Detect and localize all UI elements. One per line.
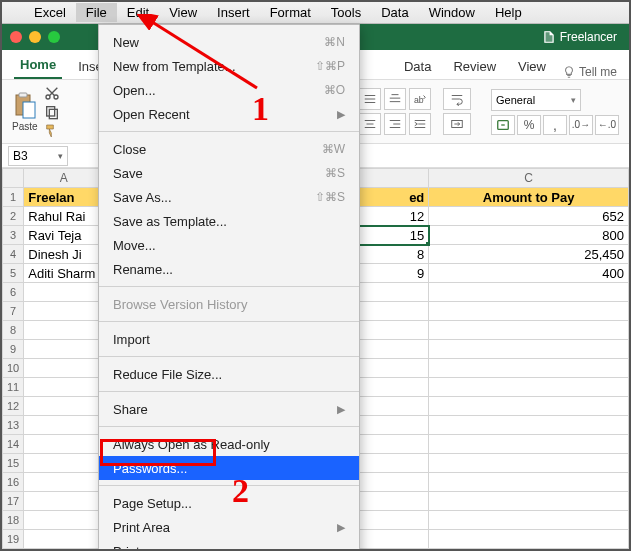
inc-decimal-btn[interactable]: .0→ [569,115,593,135]
row-header[interactable]: 10 [3,359,24,378]
cell[interactable] [24,321,104,340]
tab-review[interactable]: Review [447,54,502,79]
align-mid-btn[interactable] [359,88,381,110]
wrap-text-btn[interactable] [443,88,471,110]
row-header[interactable]: 2 [3,207,24,226]
cut-icon[interactable] [44,85,60,101]
comma-btn[interactable]: , [543,115,567,135]
cell[interactable] [429,283,629,302]
row-header[interactable]: 15 [3,454,24,473]
cell[interactable] [429,435,629,454]
percent-btn[interactable]: % [517,115,541,135]
tab-home[interactable]: Home [14,52,62,79]
menubar-edit[interactable]: Edit [117,3,159,22]
dec-decimal-btn[interactable]: ←.0 [595,115,619,135]
menubar-window[interactable]: Window [419,3,485,22]
menubar-insert[interactable]: Insert [207,3,260,22]
cell[interactable] [429,416,629,435]
zoom-window-button[interactable] [48,31,60,43]
row-header[interactable]: 18 [3,511,24,530]
menu-item-share[interactable]: Share▶ [99,397,359,421]
select-all-corner[interactable] [3,169,24,188]
col-header-c[interactable]: C [429,169,629,188]
cell[interactable] [429,454,629,473]
cell[interactable] [429,530,629,549]
align-bot-btn[interactable] [384,88,406,110]
align-right-btn[interactable] [384,113,406,135]
cell[interactable] [24,435,104,454]
menu-item-reduce-file-size[interactable]: Reduce File Size... [99,362,359,386]
menu-item-rename[interactable]: Rename... [99,257,359,281]
cell[interactable]: Aditi Sharm [24,264,104,283]
cell[interactable] [24,397,104,416]
menu-item-new[interactable]: New⌘N [99,30,359,54]
col-header-a[interactable]: A [24,169,104,188]
cell[interactable] [24,359,104,378]
cell[interactable]: 400 [429,264,629,283]
menubar-help[interactable]: Help [485,3,532,22]
cell[interactable]: Freelan [24,188,104,207]
menu-item-save-as[interactable]: Save As...⇧⌘S [99,185,359,209]
menubar-view[interactable]: View [159,3,207,22]
row-header[interactable]: 4 [3,245,24,264]
row-header[interactable]: 5 [3,264,24,283]
cell[interactable]: Amount to Pay [429,188,629,207]
cell[interactable] [24,530,104,549]
menu-item-open[interactable]: Open...⌘O [99,78,359,102]
name-box[interactable]: B3▾ [8,146,68,166]
cell[interactable] [429,340,629,359]
cell[interactable]: Ravi Teja [24,226,104,245]
align-center-btn[interactable] [359,113,381,135]
cell[interactable] [429,492,629,511]
cell[interactable] [24,340,104,359]
cell[interactable] [429,302,629,321]
row-header[interactable]: 3 [3,226,24,245]
orientation-btn[interactable]: ab [409,88,431,110]
cell[interactable] [429,321,629,340]
number-format-select[interactable]: General▾ [491,89,581,111]
cell[interactable] [24,283,104,302]
menubar-tools[interactable]: Tools [321,3,371,22]
menubar-app[interactable]: Excel [24,3,76,22]
menubar-format[interactable]: Format [260,3,321,22]
minimize-window-button[interactable] [29,31,41,43]
menu-item-save-as-template[interactable]: Save as Template... [99,209,359,233]
menu-item-print-area[interactable]: Print Area▶ [99,515,359,539]
cell[interactable] [429,359,629,378]
cell[interactable]: 652 [429,207,629,226]
row-header[interactable]: 1 [3,188,24,207]
copy-icon[interactable] [44,104,60,120]
row-header[interactable]: 14 [3,435,24,454]
cell[interactable] [24,454,104,473]
row-header[interactable]: 11 [3,378,24,397]
menu-item-page-setup[interactable]: Page Setup... [99,491,359,515]
merge-btn[interactable] [443,113,471,135]
menubar-data[interactable]: Data [371,3,418,22]
cell[interactable]: Rahul Rai [24,207,104,226]
cell[interactable] [429,378,629,397]
row-header[interactable]: 6 [3,283,24,302]
menu-item-move[interactable]: Move... [99,233,359,257]
row-header[interactable]: 8 [3,321,24,340]
row-header[interactable]: 12 [3,397,24,416]
cell[interactable] [429,473,629,492]
cell[interactable] [24,492,104,511]
currency-btn[interactable] [491,115,515,135]
format-painter-icon[interactable] [44,123,60,139]
menu-item-passwords[interactable]: Passwords... [99,456,359,480]
close-window-button[interactable] [10,31,22,43]
paste-group[interactable]: Paste [12,92,38,132]
cell[interactable] [429,511,629,530]
menu-item-import[interactable]: Import [99,327,359,351]
row-header[interactable]: 9 [3,340,24,359]
tab-data[interactable]: Data [398,54,437,79]
menu-item-open-recent[interactable]: Open Recent▶ [99,102,359,126]
menu-item-print[interactable]: Print... [99,539,359,551]
menu-item-close[interactable]: Close⌘W [99,137,359,161]
cell[interactable]: Dinesh Ji [24,245,104,264]
cell[interactable] [429,397,629,416]
menubar-file[interactable]: File [76,3,117,22]
cell[interactable] [24,511,104,530]
row-header[interactable]: 19 [3,530,24,549]
indent-btn[interactable] [409,113,431,135]
